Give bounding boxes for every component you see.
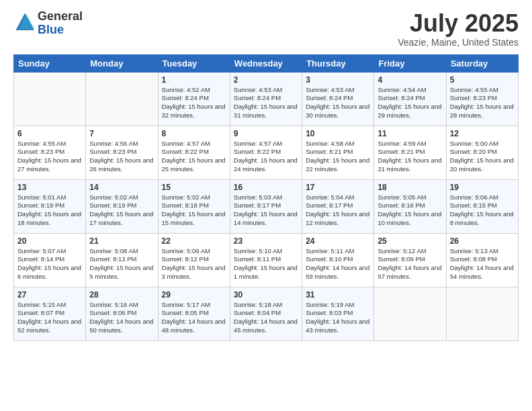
table-row: 10Sunrise: 4:58 AM Sunset: 8:21 PM Dayli… <box>302 126 374 179</box>
cell-info: Sunrise: 5:19 AM Sunset: 8:03 PM Dayligh… <box>306 301 370 335</box>
day-number: 29 <box>162 290 226 300</box>
month-title: July 2025 <box>398 10 519 37</box>
cell-info: Sunrise: 5:15 AM Sunset: 8:07 PM Dayligh… <box>17 301 82 335</box>
day-number: 31 <box>306 290 370 300</box>
day-number: 25 <box>378 236 442 246</box>
day-number: 12 <box>450 129 515 138</box>
logo-icon <box>15 12 35 32</box>
day-number: 4 <box>378 75 442 85</box>
cell-info: Sunrise: 5:03 AM Sunset: 8:17 PM Dayligh… <box>234 193 298 228</box>
cell-info: Sunrise: 5:00 AM Sunset: 8:20 PM Dayligh… <box>450 140 515 174</box>
logo: General Blue <box>13 10 83 37</box>
table-row: 17Sunrise: 5:04 AM Sunset: 8:17 PM Dayli… <box>302 179 374 233</box>
table-row: 11Sunrise: 4:59 AM Sunset: 8:21 PM Dayli… <box>374 126 446 179</box>
table-row: 1Sunrise: 4:52 AM Sunset: 8:24 PM Daylig… <box>158 72 230 126</box>
cell-info: Sunrise: 5:16 AM Sunset: 8:06 PM Dayligh… <box>89 301 154 335</box>
table-row: 22Sunrise: 5:09 AM Sunset: 8:12 PM Dayli… <box>158 233 230 287</box>
cell-info: Sunrise: 5:04 AM Sunset: 8:17 PM Dayligh… <box>306 193 370 228</box>
table-row: 23Sunrise: 5:10 AM Sunset: 8:11 PM Dayli… <box>230 233 302 287</box>
day-number: 13 <box>17 183 82 192</box>
day-number: 16 <box>234 183 298 192</box>
table-row: 7Sunrise: 4:56 AM Sunset: 8:23 PM Daylig… <box>86 126 158 179</box>
calendar-week-5: 27Sunrise: 5:15 AM Sunset: 8:07 PM Dayli… <box>14 287 519 340</box>
table-row: 2Sunrise: 4:53 AM Sunset: 8:24 PM Daylig… <box>230 72 302 126</box>
table-row: 29Sunrise: 5:17 AM Sunset: 8:05 PM Dayli… <box>158 287 230 340</box>
table-row: 15Sunrise: 5:02 AM Sunset: 8:18 PM Dayli… <box>158 179 230 233</box>
title-block: July 2025 Veazie, Maine, United States <box>398 10 519 48</box>
cell-info: Sunrise: 5:02 AM Sunset: 8:19 PM Dayligh… <box>89 193 154 228</box>
cell-info: Sunrise: 5:10 AM Sunset: 8:11 PM Dayligh… <box>234 247 298 281</box>
table-row: 5Sunrise: 4:55 AM Sunset: 8:23 PM Daylig… <box>446 72 518 126</box>
cell-info: Sunrise: 4:57 AM Sunset: 8:22 PM Dayligh… <box>234 140 298 174</box>
day-number: 21 <box>89 236 154 246</box>
cell-info: Sunrise: 4:55 AM Sunset: 8:23 PM Dayligh… <box>17 140 82 174</box>
day-number: 18 <box>378 183 442 192</box>
col-wednesday: Wednesday <box>230 54 302 72</box>
page: General Blue July 2025 Veazie, Maine, Un… <box>0 0 532 411</box>
calendar-week-1: 1Sunrise: 4:52 AM Sunset: 8:24 PM Daylig… <box>14 72 519 126</box>
day-number: 5 <box>450 75 515 85</box>
cell-info: Sunrise: 4:57 AM Sunset: 8:22 PM Dayligh… <box>162 140 226 174</box>
cell-info: Sunrise: 4:59 AM Sunset: 8:21 PM Dayligh… <box>378 140 442 174</box>
table-row: 6Sunrise: 4:55 AM Sunset: 8:23 PM Daylig… <box>14 126 86 179</box>
cell-info: Sunrise: 4:56 AM Sunset: 8:23 PM Dayligh… <box>89 140 154 174</box>
day-number: 8 <box>162 129 226 138</box>
cell-info: Sunrise: 4:52 AM Sunset: 8:24 PM Dayligh… <box>162 86 226 120</box>
cell-info: Sunrise: 5:11 AM Sunset: 8:10 PM Dayligh… <box>306 247 370 281</box>
table-row: 12Sunrise: 5:00 AM Sunset: 8:20 PM Dayli… <box>446 126 518 179</box>
calendar-header-row: Sunday Monday Tuesday Wednesday Thursday… <box>14 54 519 72</box>
logo-blue-text: Blue <box>38 23 64 36</box>
cell-info: Sunrise: 4:53 AM Sunset: 8:24 PM Dayligh… <box>234 86 298 120</box>
calendar-table: Sunday Monday Tuesday Wednesday Thursday… <box>13 54 519 341</box>
cell-info: Sunrise: 5:17 AM Sunset: 8:05 PM Dayligh… <box>162 301 226 335</box>
table-row: 24Sunrise: 5:11 AM Sunset: 8:10 PM Dayli… <box>302 233 374 287</box>
cell-info: Sunrise: 5:09 AM Sunset: 8:12 PM Dayligh… <box>162 247 226 281</box>
col-friday: Friday <box>374 54 446 72</box>
day-number: 14 <box>89 183 154 192</box>
cell-info: Sunrise: 5:07 AM Sunset: 8:14 PM Dayligh… <box>17 247 82 281</box>
calendar-week-3: 13Sunrise: 5:01 AM Sunset: 8:19 PM Dayli… <box>14 179 519 233</box>
location: Veazie, Maine, United States <box>398 37 519 48</box>
table-row <box>374 287 446 340</box>
day-number: 19 <box>450 183 515 192</box>
col-monday: Monday <box>86 54 158 72</box>
col-thursday: Thursday <box>302 54 374 72</box>
day-number: 6 <box>17 129 82 138</box>
day-number: 20 <box>17 236 82 246</box>
cell-info: Sunrise: 5:05 AM Sunset: 8:16 PM Dayligh… <box>378 193 442 228</box>
logo-general-text: General <box>38 9 83 23</box>
day-number: 3 <box>306 75 370 85</box>
day-number: 22 <box>162 236 226 246</box>
table-row <box>14 72 86 126</box>
cell-info: Sunrise: 5:12 AM Sunset: 8:09 PM Dayligh… <box>378 247 442 281</box>
col-tuesday: Tuesday <box>158 54 230 72</box>
cell-info: Sunrise: 5:01 AM Sunset: 8:19 PM Dayligh… <box>17 193 82 228</box>
table-row: 18Sunrise: 5:05 AM Sunset: 8:16 PM Dayli… <box>374 179 446 233</box>
cell-info: Sunrise: 4:53 AM Sunset: 8:24 PM Dayligh… <box>306 86 370 120</box>
table-row: 27Sunrise: 5:15 AM Sunset: 8:07 PM Dayli… <box>14 287 86 340</box>
table-row: 31Sunrise: 5:19 AM Sunset: 8:03 PM Dayli… <box>302 287 374 340</box>
table-row <box>446 287 518 340</box>
cell-info: Sunrise: 5:02 AM Sunset: 8:18 PM Dayligh… <box>162 193 226 228</box>
day-number: 24 <box>306 236 370 246</box>
day-number: 23 <box>234 236 298 246</box>
table-row: 13Sunrise: 5:01 AM Sunset: 8:19 PM Dayli… <box>14 179 86 233</box>
day-number: 17 <box>306 183 370 192</box>
table-row: 28Sunrise: 5:16 AM Sunset: 8:06 PM Dayli… <box>86 287 158 340</box>
table-row: 16Sunrise: 5:03 AM Sunset: 8:17 PM Dayli… <box>230 179 302 233</box>
col-sunday: Sunday <box>14 54 86 72</box>
table-row: 14Sunrise: 5:02 AM Sunset: 8:19 PM Dayli… <box>86 179 158 233</box>
table-row: 30Sunrise: 5:18 AM Sunset: 8:04 PM Dayli… <box>230 287 302 340</box>
cell-info: Sunrise: 5:13 AM Sunset: 8:08 PM Dayligh… <box>450 247 515 281</box>
day-number: 15 <box>162 183 226 192</box>
table-row: 3Sunrise: 4:53 AM Sunset: 8:24 PM Daylig… <box>302 72 374 126</box>
cell-info: Sunrise: 5:06 AM Sunset: 8:15 PM Dayligh… <box>450 193 515 228</box>
table-row: 8Sunrise: 4:57 AM Sunset: 8:22 PM Daylig… <box>158 126 230 179</box>
table-row: 9Sunrise: 4:57 AM Sunset: 8:22 PM Daylig… <box>230 126 302 179</box>
day-number: 9 <box>234 129 298 138</box>
calendar-week-4: 20Sunrise: 5:07 AM Sunset: 8:14 PM Dayli… <box>14 233 519 287</box>
table-row: 19Sunrise: 5:06 AM Sunset: 8:15 PM Dayli… <box>446 179 518 233</box>
day-number: 11 <box>378 129 442 138</box>
day-number: 7 <box>89 129 154 138</box>
table-row: 25Sunrise: 5:12 AM Sunset: 8:09 PM Dayli… <box>374 233 446 287</box>
